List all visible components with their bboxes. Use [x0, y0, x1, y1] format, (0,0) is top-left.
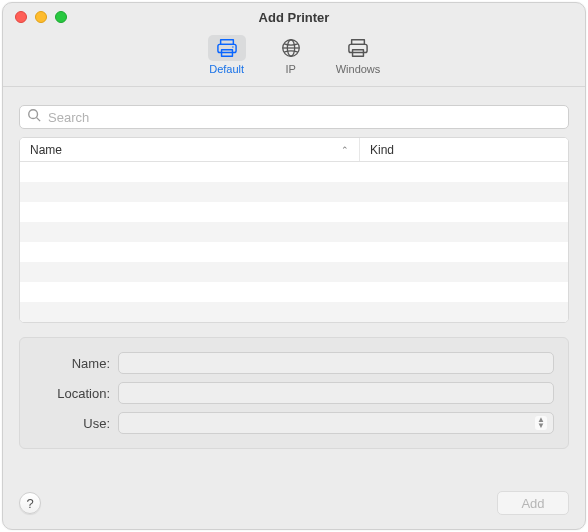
table-row: [20, 242, 568, 262]
table-row: [20, 202, 568, 222]
name-input[interactable]: [118, 352, 554, 374]
help-icon: ?: [26, 496, 33, 511]
footer: ? Add: [3, 491, 585, 529]
toolbar: Default IP Windo: [3, 31, 585, 87]
name-label: Name:: [34, 356, 110, 371]
table-row: [20, 162, 568, 182]
table-row: [20, 182, 568, 202]
table-header: Name ⌃ Kind: [20, 138, 568, 162]
svg-point-3: [232, 46, 233, 47]
form-row-location: Location:: [34, 382, 554, 404]
window-title: Add Printer: [3, 10, 585, 25]
column-header-kind[interactable]: Kind: [360, 138, 568, 161]
location-input[interactable]: [118, 382, 554, 404]
help-button[interactable]: ?: [19, 492, 41, 514]
tab-windows-label: Windows: [336, 63, 381, 75]
tab-windows[interactable]: Windows: [330, 33, 387, 75]
table-body: [20, 162, 568, 322]
tab-ip-label: IP: [285, 63, 295, 75]
body: Name ⌃ Kind Name:: [3, 87, 585, 491]
svg-rect-8: [349, 44, 367, 52]
add-button[interactable]: Add: [497, 491, 569, 515]
add-printer-window: Add Printer Default: [2, 2, 586, 530]
column-header-name[interactable]: Name ⌃: [20, 138, 360, 161]
location-label: Location:: [34, 386, 110, 401]
svg-rect-1: [218, 44, 236, 52]
table-row: [20, 262, 568, 282]
printer-icon: [216, 38, 238, 58]
form-panel: Name: Location: Use: ▲▼: [19, 337, 569, 449]
table-row: [20, 302, 568, 322]
chevron-up-down-icon: ▲▼: [535, 416, 547, 430]
use-label: Use:: [34, 416, 110, 431]
form-row-use: Use: ▲▼: [34, 412, 554, 434]
tab-default[interactable]: Default: [202, 33, 252, 75]
search-field: [19, 105, 569, 129]
column-name-label: Name: [30, 143, 62, 157]
printer-alt-icon: [347, 38, 369, 58]
tab-default-label: Default: [209, 63, 244, 75]
use-select[interactable]: ▲▼: [118, 412, 554, 434]
search-input[interactable]: [19, 105, 569, 129]
printer-table: Name ⌃ Kind: [19, 137, 569, 323]
table-row: [20, 222, 568, 242]
table-row: [20, 282, 568, 302]
form-row-name: Name:: [34, 352, 554, 374]
titlebar: Add Printer: [3, 3, 585, 31]
globe-icon: [280, 37, 302, 59]
tab-ip[interactable]: IP: [266, 33, 316, 75]
column-kind-label: Kind: [370, 143, 394, 157]
sort-ascending-icon: ⌃: [341, 145, 349, 155]
